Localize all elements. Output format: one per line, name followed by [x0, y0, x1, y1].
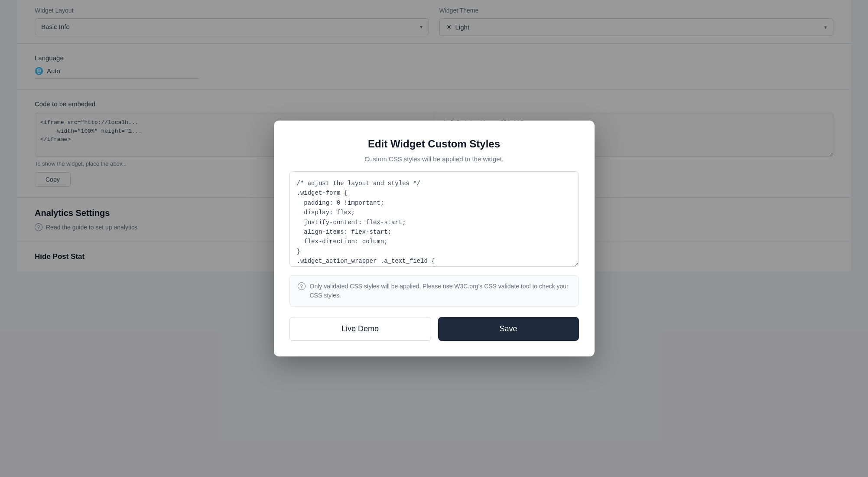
modal-dialog: Edit Widget Custom Styles Custom CSS sty… — [274, 121, 595, 356]
page-background: Widget Layout Basic Info ▾ Widget Theme … — [0, 0, 868, 477]
save-button[interactable]: Save — [438, 317, 579, 341]
modal-actions: Live Demo Save — [289, 317, 579, 341]
modal-subtitle: Custom CSS styles will be applied to the… — [289, 155, 579, 163]
validation-notice: ? Only validated CSS styles will be appl… — [289, 275, 579, 307]
css-editor[interactable]: /* adjust the layout and styles */ .widg… — [289, 171, 579, 267]
question-icon: ? — [298, 282, 306, 290]
modal-overlay[interactable]: Edit Widget Custom Styles Custom CSS sty… — [0, 0, 868, 477]
live-demo-button[interactable]: Live Demo — [289, 317, 431, 341]
validation-text: Only validated CSS styles will be applie… — [310, 282, 571, 300]
modal-title: Edit Widget Custom Styles — [289, 138, 579, 150]
